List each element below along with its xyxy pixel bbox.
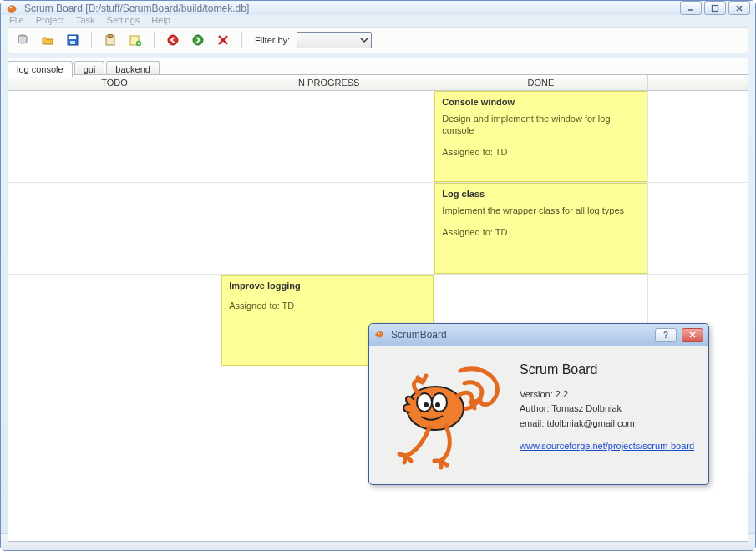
menu-file[interactable]: File [9, 15, 24, 25]
toolbar-separator [154, 32, 155, 48]
chevron-down-icon [360, 36, 368, 44]
card-title: Improve logging [229, 281, 426, 291]
about-info: Scrum Board Version: 2.2 Author: Tomasz … [520, 354, 697, 471]
titlebar: Scrum Board [D:/stuff/ScrumBoard/build/t… [1, 1, 755, 15]
about-author: Author: Tomasz Dolbniak [520, 402, 697, 417]
about-body: Scrum Board Version: 2.2 Author: Tomasz … [369, 346, 708, 479]
card-assigned: Assigned to: TD [229, 301, 426, 311]
save-icon[interactable] [63, 31, 82, 49]
mascot-image [381, 354, 506, 471]
board-cell[interactable] [8, 91, 221, 183]
tab-label: gui [84, 64, 96, 74]
svg-point-25 [424, 402, 429, 407]
board-cell[interactable]: Log class Implement the wrapper class fo… [434, 183, 647, 275]
about-link[interactable]: www.sourceforge.net/projects/scrum-board [520, 439, 697, 454]
close-button[interactable] [728, 1, 750, 15]
about-title: ScrumBoard [391, 329, 447, 341]
svg-point-19 [378, 332, 379, 334]
add-note-icon[interactable] [126, 31, 145, 49]
menu-task[interactable]: Task [76, 15, 95, 25]
card-title: Log class [442, 189, 639, 199]
tab-log-console[interactable]: log console [8, 61, 73, 77]
task-card[interactable]: Log class Implement the wrapper class fo… [434, 183, 647, 274]
window-controls [680, 1, 750, 15]
board-cell[interactable] [648, 91, 748, 183]
menubar: File Project Task Settings Help [1, 15, 755, 25]
close-button[interactable] [682, 328, 703, 342]
app-icon [6, 2, 19, 15]
svg-rect-7 [69, 36, 76, 39]
svg-point-24 [432, 393, 447, 412]
about-titlebar: ScrumBoard ? [369, 324, 708, 346]
filter-combobox[interactable] [297, 32, 372, 48]
task-card[interactable]: Console window Design and implement the … [434, 91, 647, 182]
column-header-extra [648, 75, 748, 90]
maximize-button[interactable] [704, 1, 726, 15]
back-icon[interactable] [164, 31, 182, 49]
card-desc: Implement the wrapper class for all log … [442, 205, 639, 217]
svg-rect-2 [713, 5, 718, 11]
board-cell[interactable] [648, 183, 748, 275]
delete-icon[interactable] [214, 31, 232, 49]
column-todo [8, 91, 221, 366]
board-cell[interactable] [221, 91, 434, 183]
about-email: email: tdolbniak@gmail.com [520, 417, 697, 432]
card-desc: Design and implement the window for log … [442, 114, 639, 137]
svg-point-0 [10, 6, 12, 8]
svg-point-16 [193, 35, 203, 45]
clipboard-icon[interactable] [101, 31, 119, 49]
tab-label: log console [17, 64, 63, 74]
minimize-button[interactable] [680, 1, 702, 15]
svg-point-15 [168, 35, 178, 45]
card-assigned: Assigned to: TD [442, 147, 639, 157]
tab-label: backend [115, 64, 150, 74]
board-cell[interactable] [221, 183, 434, 275]
open-folder-icon[interactable] [38, 31, 57, 49]
column-header-inprogress: IN PROGRESS [221, 75, 434, 90]
svg-rect-10 [108, 35, 113, 38]
toolbar: Filter by: [8, 27, 748, 53]
filter-label: Filter by: [255, 35, 290, 45]
board-cell[interactable] [8, 183, 221, 275]
menu-project[interactable]: Project [36, 15, 64, 25]
svg-rect-8 [70, 41, 75, 44]
about-dialog: ScrumBoard ? [368, 323, 709, 485]
card-assigned: Assigned to: TD [442, 227, 639, 237]
svg-point-26 [435, 402, 440, 407]
database-icon[interactable] [13, 31, 32, 49]
menu-settings[interactable]: Settings [107, 15, 140, 25]
card-title: Console window [442, 97, 639, 107]
window-title: Scrum Board [D:/stuff/ScrumBoard/build/t… [24, 3, 680, 14]
board-cell[interactable]: Console window Design and implement the … [434, 91, 647, 183]
menu-help[interactable]: Help [151, 15, 170, 25]
toolbar-separator [91, 32, 92, 48]
main-window: Scrum Board [D:/stuff/ScrumBoard/build/t… [0, 0, 756, 551]
column-header-todo: TODO [8, 75, 221, 90]
help-button[interactable]: ? [655, 328, 677, 342]
about-heading: Scrum Board [520, 359, 697, 381]
about-version: Version: 2.2 [520, 387, 697, 402]
board-cell[interactable] [8, 275, 221, 366]
app-icon [374, 328, 386, 342]
column-headers: TODO IN PROGRESS DONE [8, 75, 748, 91]
forward-icon[interactable] [189, 31, 207, 49]
toolbar-separator [241, 32, 242, 48]
column-header-done: DONE [434, 75, 647, 90]
